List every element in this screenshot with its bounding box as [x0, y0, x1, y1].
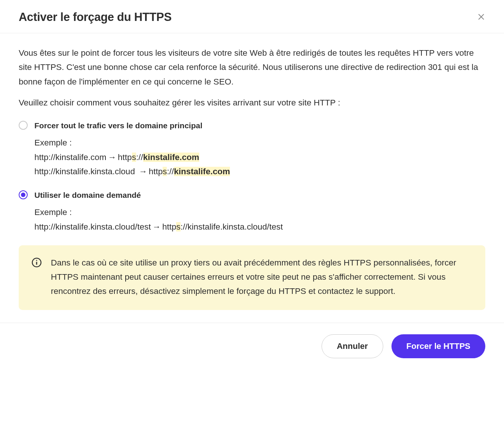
- arrow-icon: →: [139, 167, 147, 176]
- choose-text: Veuillez choisir comment vous souhaitez …: [19, 96, 485, 110]
- option-use-requested[interactable]: Utiliser le domaine demandé: [19, 190, 485, 200]
- example-label: Exemple :: [34, 205, 485, 220]
- close-icon: [477, 13, 485, 21]
- example-line-2: http://kinstalife.kinsta.cloud →https://…: [34, 165, 485, 179]
- svg-point-4: [36, 260, 37, 261]
- close-button[interactable]: [476, 11, 487, 24]
- info-icon: [31, 257, 42, 268]
- radio-use-requested[interactable]: [19, 190, 28, 199]
- example-label: Exemple :: [34, 136, 485, 150]
- warning-box: Dans le cas où ce site utilise un proxy …: [19, 245, 485, 310]
- modal-header: Activer le forçage du HTTPS: [0, 0, 504, 33]
- arrow-icon: →: [108, 153, 117, 162]
- https-force-modal: Activer le forçage du HTTPS Vous êtes su…: [0, 0, 504, 369]
- example-line-1: http://kinstalife.com→https://kinstalife…: [34, 150, 485, 165]
- option-use-requested-label: Utiliser le domaine demandé: [34, 190, 141, 200]
- modal-footer: Annuler Forcer le HTTPS: [0, 323, 504, 369]
- example-line-1: http://kinstalife.kinsta.cloud/test→http…: [34, 220, 485, 234]
- modal-body: Vous êtes sur le point de forcer tous le…: [0, 33, 504, 323]
- intro-text: Vous êtes sur le point de forcer tous le…: [19, 46, 485, 89]
- radio-force-primary[interactable]: [19, 121, 28, 130]
- modal-title: Activer le forçage du HTTPS: [19, 10, 172, 24]
- arrow-icon: →: [152, 222, 161, 231]
- example-force-primary: Exemple : http://kinstalife.com→https://…: [34, 136, 485, 179]
- option-force-primary[interactable]: Forcer tout le trafic vers le domaine pr…: [19, 120, 485, 131]
- warning-text: Dans le cas où ce site utilise un proxy …: [51, 256, 473, 299]
- cancel-button[interactable]: Annuler: [322, 334, 383, 358]
- example-use-requested: Exemple : http://kinstalife.kinsta.cloud…: [34, 205, 485, 234]
- confirm-button[interactable]: Forcer le HTTPS: [391, 334, 485, 358]
- option-force-primary-label: Forcer tout le trafic vers le domaine pr…: [34, 120, 202, 131]
